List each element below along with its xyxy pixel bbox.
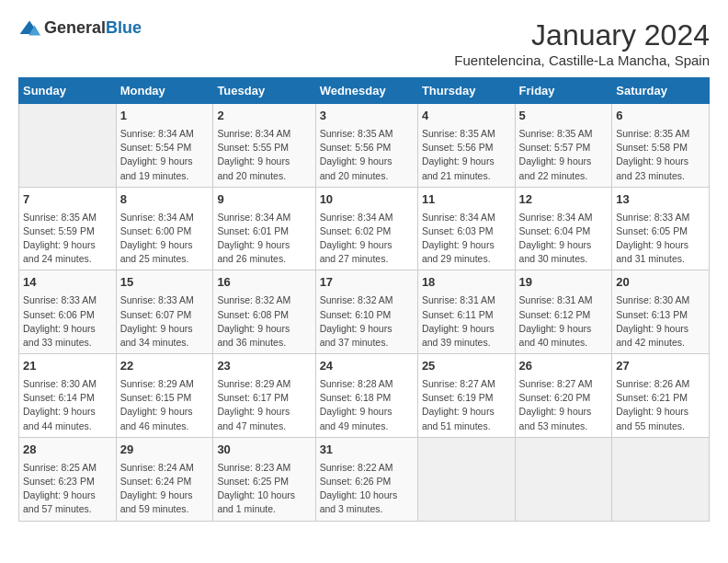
day-info: Sunrise: 8:33 AMSunset: 6:07 PMDaylight:… [120, 293, 210, 350]
calendar-header-row: SundayMondayTuesdayWednesdayThursdayFrid… [19, 78, 710, 104]
day-number: 12 [519, 191, 609, 209]
day-info: Sunrise: 8:27 AMSunset: 6:19 PMDaylight:… [422, 377, 511, 433]
day-info: Sunrise: 8:32 AMSunset: 6:10 PMDaylight:… [320, 293, 414, 350]
page-header: GeneralBlue January 2024 Fuentelencina, … [18, 18, 710, 68]
day-number: 8 [120, 191, 210, 209]
calendar-cell [417, 437, 515, 521]
calendar-week-row: 7Sunrise: 8:35 AMSunset: 5:59 PMDaylight… [19, 187, 710, 270]
day-info: Sunrise: 8:25 AMSunset: 6:23 PMDaylight:… [23, 461, 112, 517]
header-thursday: Thursday [417, 78, 515, 104]
day-number: 14 [23, 274, 112, 292]
day-number: 18 [422, 274, 511, 292]
day-number: 9 [217, 191, 311, 209]
day-info: Sunrise: 8:26 AMSunset: 6:21 PMDaylight:… [616, 377, 705, 433]
day-number: 16 [217, 274, 311, 292]
calendar-cell: 13Sunrise: 8:33 AMSunset: 6:05 PMDayligh… [612, 187, 710, 270]
header-saturday: Saturday [612, 78, 710, 104]
day-info: Sunrise: 8:33 AMSunset: 6:05 PMDaylight:… [616, 211, 705, 267]
calendar-cell: 31Sunrise: 8:22 AMSunset: 6:26 PMDayligh… [315, 437, 417, 521]
day-number: 17 [320, 274, 414, 292]
calendar-cell: 3Sunrise: 8:35 AMSunset: 5:56 PMDaylight… [315, 104, 417, 188]
day-info: Sunrise: 8:33 AMSunset: 6:06 PMDaylight:… [23, 293, 112, 350]
calendar-cell: 5Sunrise: 8:35 AMSunset: 5:57 PMDaylight… [515, 104, 612, 188]
day-number: 25 [422, 358, 511, 375]
calendar-cell: 26Sunrise: 8:27 AMSunset: 6:20 PMDayligh… [515, 354, 612, 438]
day-info: Sunrise: 8:31 AMSunset: 6:12 PMDaylight:… [519, 293, 609, 350]
day-info: Sunrise: 8:34 AMSunset: 6:02 PMDaylight:… [320, 211, 414, 267]
logo-blue: Blue [106, 18, 142, 37]
day-info: Sunrise: 8:34 AMSunset: 6:01 PMDaylight:… [217, 211, 311, 267]
day-number: 7 [23, 191, 112, 209]
calendar-cell: 11Sunrise: 8:34 AMSunset: 6:03 PMDayligh… [417, 187, 515, 270]
day-number: 24 [320, 358, 414, 375]
header-friday: Friday [515, 78, 612, 104]
day-info: Sunrise: 8:30 AMSunset: 6:13 PMDaylight:… [616, 293, 705, 350]
calendar-cell: 16Sunrise: 8:32 AMSunset: 6:08 PMDayligh… [213, 270, 315, 354]
day-info: Sunrise: 8:35 AMSunset: 5:56 PMDaylight:… [320, 127, 414, 183]
day-info: Sunrise: 8:29 AMSunset: 6:15 PMDaylight:… [120, 377, 210, 433]
calendar-cell: 24Sunrise: 8:28 AMSunset: 6:18 PMDayligh… [315, 354, 417, 438]
calendar-cell: 22Sunrise: 8:29 AMSunset: 6:15 PMDayligh… [116, 354, 213, 438]
day-info: Sunrise: 8:31 AMSunset: 6:11 PMDaylight:… [422, 293, 511, 350]
day-info: Sunrise: 8:29 AMSunset: 6:17 PMDaylight:… [217, 377, 311, 433]
day-number: 1 [120, 108, 210, 125]
day-number: 10 [320, 191, 414, 209]
header-wednesday: Wednesday [315, 78, 417, 104]
calendar-cell: 15Sunrise: 8:33 AMSunset: 6:07 PMDayligh… [116, 270, 213, 354]
calendar-table: SundayMondayTuesdayWednesdayThursdayFrid… [18, 77, 710, 522]
location-title: Fuentelencina, Castille-La Mancha, Spain [454, 52, 710, 68]
day-info: Sunrise: 8:30 AMSunset: 6:14 PMDaylight:… [23, 377, 112, 433]
day-info: Sunrise: 8:34 AMSunset: 6:03 PMDaylight:… [422, 211, 511, 267]
calendar-cell [515, 437, 612, 521]
day-number: 29 [120, 442, 210, 459]
calendar-cell: 30Sunrise: 8:23 AMSunset: 6:25 PMDayligh… [213, 437, 315, 521]
calendar-cell: 14Sunrise: 8:33 AMSunset: 6:06 PMDayligh… [19, 270, 117, 354]
calendar-week-row: 21Sunrise: 8:30 AMSunset: 6:14 PMDayligh… [19, 354, 710, 438]
logo-general: General [44, 18, 106, 37]
header-sunday: Sunday [19, 78, 117, 104]
header-tuesday: Tuesday [213, 78, 315, 104]
day-info: Sunrise: 8:35 AMSunset: 5:58 PMDaylight:… [616, 127, 705, 183]
day-number: 11 [422, 191, 511, 209]
day-number: 13 [616, 191, 705, 209]
calendar-week-row: 14Sunrise: 8:33 AMSunset: 6:06 PMDayligh… [19, 270, 710, 354]
calendar-week-row: 28Sunrise: 8:25 AMSunset: 6:23 PMDayligh… [19, 437, 710, 521]
day-number: 30 [217, 442, 311, 459]
calendar-cell [612, 437, 710, 521]
day-info: Sunrise: 8:28 AMSunset: 6:18 PMDaylight:… [320, 377, 414, 433]
day-number: 26 [519, 358, 609, 375]
day-info: Sunrise: 8:24 AMSunset: 6:24 PMDaylight:… [120, 461, 210, 517]
calendar-cell: 21Sunrise: 8:30 AMSunset: 6:14 PMDayligh… [19, 354, 117, 438]
day-info: Sunrise: 8:34 AMSunset: 6:04 PMDaylight:… [519, 211, 609, 267]
day-info: Sunrise: 8:35 AMSunset: 5:59 PMDaylight:… [23, 211, 112, 267]
calendar-week-row: 1Sunrise: 8:34 AMSunset: 5:54 PMDaylight… [19, 104, 710, 188]
day-info: Sunrise: 8:23 AMSunset: 6:25 PMDaylight:… [217, 461, 311, 517]
calendar-cell: 6Sunrise: 8:35 AMSunset: 5:58 PMDaylight… [612, 104, 710, 188]
day-info: Sunrise: 8:32 AMSunset: 6:08 PMDaylight:… [217, 293, 311, 350]
day-number: 28 [23, 442, 112, 459]
calendar-cell: 4Sunrise: 8:35 AMSunset: 5:56 PMDaylight… [417, 104, 515, 188]
calendar-cell: 2Sunrise: 8:34 AMSunset: 5:55 PMDaylight… [213, 104, 315, 188]
title-area: January 2024 Fuentelencina, Castille-La … [454, 18, 710, 68]
month-title: January 2024 [454, 18, 710, 52]
day-info: Sunrise: 8:27 AMSunset: 6:20 PMDaylight:… [519, 377, 609, 433]
day-number: 21 [23, 358, 112, 375]
calendar-cell: 29Sunrise: 8:24 AMSunset: 6:24 PMDayligh… [116, 437, 213, 521]
day-number: 4 [422, 108, 511, 125]
day-number: 5 [519, 108, 609, 125]
calendar-cell: 28Sunrise: 8:25 AMSunset: 6:23 PMDayligh… [19, 437, 117, 521]
day-number: 27 [616, 358, 705, 375]
calendar-cell: 9Sunrise: 8:34 AMSunset: 6:01 PMDaylight… [213, 187, 315, 270]
day-number: 19 [519, 274, 609, 292]
logo: GeneralBlue [18, 18, 142, 38]
day-number: 31 [320, 442, 414, 459]
day-number: 22 [120, 358, 210, 375]
day-info: Sunrise: 8:34 AMSunset: 5:54 PMDaylight:… [120, 127, 210, 183]
calendar-cell: 23Sunrise: 8:29 AMSunset: 6:17 PMDayligh… [213, 354, 315, 438]
day-number: 3 [320, 108, 414, 125]
calendar-cell: 20Sunrise: 8:30 AMSunset: 6:13 PMDayligh… [612, 270, 710, 354]
logo-icon [18, 19, 40, 38]
calendar-cell: 7Sunrise: 8:35 AMSunset: 5:59 PMDaylight… [19, 187, 117, 270]
calendar-cell: 25Sunrise: 8:27 AMSunset: 6:19 PMDayligh… [417, 354, 515, 438]
calendar-cell: 27Sunrise: 8:26 AMSunset: 6:21 PMDayligh… [612, 354, 710, 438]
